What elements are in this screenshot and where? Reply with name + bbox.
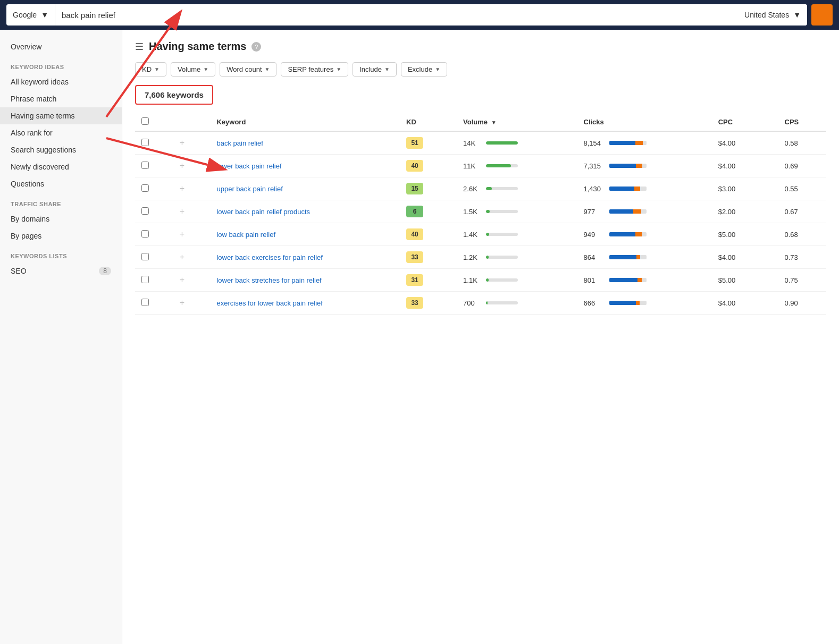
volume-filter[interactable]: Volume ▼: [171, 62, 215, 77]
sidebar-item-phrase-match[interactable]: Phrase match: [0, 90, 122, 107]
add-keyword-button[interactable]: +: [178, 207, 187, 216]
include-filter[interactable]: Include ▼: [353, 62, 397, 77]
row-keyword-cell: low back pain relief: [210, 223, 400, 246]
row-checkbox[interactable]: [141, 299, 149, 306]
search-input[interactable]: [55, 11, 738, 20]
row-kd-cell: 33: [400, 246, 457, 269]
keyword-link[interactable]: lower back stretches for pain relief: [216, 276, 321, 284]
row-checkbox[interactable]: [141, 253, 149, 260]
keyword-link[interactable]: lower back exercises for pain relief: [216, 253, 322, 261]
row-cps-cell: 0.58: [778, 131, 827, 155]
content-area: ☰ Having same terms ? KD ▼ Volume ▼ Word…: [122, 30, 839, 644]
kd-filter[interactable]: KD ▼: [135, 62, 166, 77]
row-clicks-cell: 7,315: [577, 155, 712, 177]
row-checkbox-cell: [135, 131, 171, 155]
add-keyword-button[interactable]: +: [178, 138, 187, 147]
country-chevron: ▼: [793, 11, 801, 19]
sidebar-section-keywords-lists: KEYWORDS LISTS: [0, 244, 122, 262]
word-count-chevron: ▼: [265, 66, 270, 72]
select-all-checkbox[interactable]: [141, 117, 149, 125]
keyword-link[interactable]: back pain relief: [216, 139, 263, 147]
keyword-link[interactable]: upper back pain relief: [216, 185, 282, 193]
volume-text: 2.6K: [463, 185, 482, 193]
clicks-bar-orange: [636, 164, 643, 168]
sidebar-item-questions[interactable]: Questions: [0, 175, 122, 192]
sidebar-item-overview[interactable]: Overview: [0, 38, 122, 55]
sidebar-item-by-domains[interactable]: By domains: [0, 210, 122, 227]
sidebar-item-newly-discovered[interactable]: Newly discovered: [0, 158, 122, 175]
row-cpc-cell: $4.00: [712, 155, 778, 177]
row-checkbox[interactable]: [141, 139, 149, 146]
row-keyword-cell: lower back pain relief: [210, 155, 400, 177]
row-checkbox[interactable]: [141, 276, 149, 283]
help-icon[interactable]: ?: [251, 42, 261, 52]
add-keyword-button[interactable]: +: [178, 252, 187, 261]
row-volume-cell: 2.6K: [457, 177, 577, 200]
row-cps-cell: 0.73: [778, 246, 827, 269]
row-add-cell: +: [171, 223, 211, 246]
row-checkbox[interactable]: [141, 184, 149, 192]
header-keyword: Keyword: [210, 113, 400, 131]
sidebar-item-search-suggestions[interactable]: Search suggestions: [0, 141, 122, 158]
table-row: + lower back exercises for pain relief 3…: [135, 246, 826, 269]
word-count-filter-label: Word count: [226, 65, 262, 73]
header-volume[interactable]: Volume ▼: [457, 113, 577, 131]
row-checkbox[interactable]: [141, 207, 149, 215]
row-add-cell: +: [171, 292, 211, 315]
keyword-link[interactable]: exercises for lower back pain relief: [216, 299, 322, 307]
exclude-filter[interactable]: Exclude ▼: [401, 62, 447, 77]
add-keyword-button[interactable]: +: [178, 298, 187, 307]
header-cpc: CPC: [712, 113, 778, 131]
country-selector[interactable]: United States ▼: [738, 4, 807, 26]
cps-value: 0.68: [785, 231, 798, 239]
clicks-bar-blue: [609, 209, 634, 214]
sidebar-item-seo[interactable]: SEO 8: [0, 262, 122, 279]
row-checkbox-cell: [135, 269, 171, 292]
keyword-link[interactable]: low back pain relief: [216, 231, 275, 239]
serp-features-filter[interactable]: SERP features ▼: [281, 62, 348, 77]
clicks-text: 977: [584, 208, 605, 216]
row-keyword-cell: lower back pain relief products: [210, 200, 400, 223]
clicks-bar: [609, 255, 647, 259]
page-title: Having same terms: [149, 40, 246, 53]
search-button[interactable]: [811, 4, 833, 26]
row-kd-cell: 6: [400, 200, 457, 223]
clicks-bar-blue: [609, 164, 636, 168]
header-cps: CPS: [778, 113, 827, 131]
sidebar-item-also-rank-for[interactable]: Also rank for: [0, 124, 122, 141]
clicks-text: 7,315: [584, 162, 605, 170]
add-keyword-button[interactable]: +: [178, 161, 187, 170]
row-clicks-cell: 8,154: [577, 131, 712, 155]
keyword-link[interactable]: lower back pain relief products: [216, 208, 310, 216]
clicks-text: 666: [584, 299, 605, 307]
volume-bar-fill: [486, 141, 518, 145]
engine-selector[interactable]: Google ▼: [6, 4, 55, 26]
clicks-text: 864: [584, 253, 605, 261]
add-keyword-button[interactable]: +: [178, 230, 187, 239]
add-keyword-button[interactable]: +: [178, 184, 187, 193]
row-checkbox[interactable]: [141, 162, 149, 169]
cps-value: 0.58: [785, 139, 798, 147]
main-layout: Overview KEYWORD IDEAS All keyword ideas…: [0, 30, 839, 644]
kd-badge: 40: [406, 228, 423, 240]
table-row: + lower back pain relief products 6 1.5K…: [135, 200, 826, 223]
sidebar-item-by-pages[interactable]: By pages: [0, 227, 122, 244]
sidebar-item-having-same-terms[interactable]: Having same terms: [0, 107, 122, 124]
row-volume-cell: 14K: [457, 131, 577, 155]
add-keyword-button[interactable]: +: [178, 275, 187, 284]
row-cps-cell: 0.75: [778, 269, 827, 292]
row-checkbox-cell: [135, 292, 171, 315]
clicks-bar-orange: [633, 209, 641, 214]
table-row: + upper back pain relief 15 2.6K 1,430: [135, 177, 826, 200]
clicks-bar: [609, 187, 647, 191]
keywords-table: Keyword KD Volume ▼ Clicks CPC CPS + bac: [135, 113, 826, 315]
clicks-text: 801: [584, 276, 605, 284]
header-clicks: Clicks: [577, 113, 712, 131]
sidebar-item-all-keyword-ideas[interactable]: All keyword ideas: [0, 73, 122, 90]
keyword-link[interactable]: lower back pain relief: [216, 162, 281, 170]
word-count-filter[interactable]: Word count ▼: [220, 62, 276, 77]
sidebar-section-keyword-ideas: KEYWORD IDEAS: [0, 55, 122, 73]
header-add-col: [171, 113, 211, 131]
row-checkbox[interactable]: [141, 230, 149, 238]
hamburger-icon[interactable]: ☰: [135, 41, 144, 53]
